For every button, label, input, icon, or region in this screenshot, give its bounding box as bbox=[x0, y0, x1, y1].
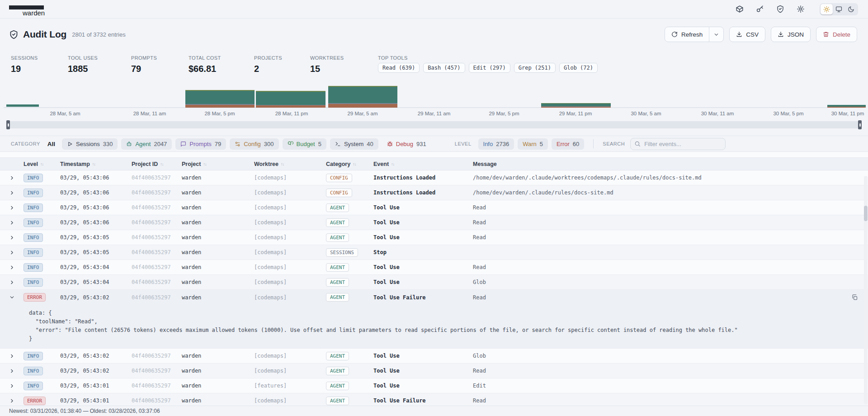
column-header-level[interactable]: Level ↑↓ bbox=[21, 161, 57, 167]
brush-track[interactable] bbox=[6, 121, 862, 128]
category-chip-system[interactable]: System 40 bbox=[330, 138, 378, 150]
table-row[interactable]: INFO 03/29, 05:43:06 04f400635297 warden… bbox=[0, 170, 868, 185]
chip-count: 5 bbox=[540, 141, 543, 147]
brush-handle-left[interactable] bbox=[6, 120, 10, 129]
category-badge: AGENT bbox=[326, 367, 349, 375]
column-label: Worktree bbox=[254, 161, 278, 167]
category-badge: AGENT bbox=[326, 233, 349, 242]
chip-count: 931 bbox=[416, 141, 426, 147]
refresh-button[interactable]: Refresh bbox=[665, 27, 709, 42]
page-title: Audit Log bbox=[23, 29, 66, 40]
export-json-button[interactable]: JSON bbox=[771, 27, 811, 42]
level-cell: INFO bbox=[21, 367, 57, 375]
stat-prompts: PROMPTS 79 bbox=[131, 55, 189, 74]
package-icon[interactable] bbox=[736, 5, 744, 13]
table-scrollbar[interactable] bbox=[864, 176, 868, 404]
sort-icon: ↑↓ bbox=[203, 162, 206, 166]
table-row[interactable]: INFO 03/29, 05:43:02 04f400635297 warden… bbox=[0, 349, 868, 364]
theme-light-button[interactable] bbox=[821, 4, 833, 14]
timeline-tick-label: 29 Mar, 11 pm bbox=[559, 111, 592, 116]
column-header-project[interactable]: Project ↑↓ bbox=[179, 161, 251, 167]
table-row[interactable]: INFO 03/29, 05:43:04 04f400635297 warden… bbox=[0, 275, 868, 290]
category-badge: AGENT bbox=[326, 382, 349, 390]
category-chip-sessions[interactable]: Sessions 330 bbox=[62, 138, 118, 150]
refresh-options-button[interactable] bbox=[709, 27, 724, 42]
project-cell: warden bbox=[179, 234, 251, 241]
table-row[interactable]: INFO 03/29, 05:43:04 04f400635297 warden… bbox=[0, 260, 868, 275]
expand-row-button[interactable] bbox=[0, 190, 21, 196]
gear-icon[interactable] bbox=[797, 5, 805, 13]
theme-dark-button[interactable] bbox=[845, 4, 857, 14]
key-icon[interactable] bbox=[756, 5, 764, 13]
top-tools-label: TOP TOOLS bbox=[378, 55, 598, 61]
shield-check-icon bbox=[9, 30, 19, 39]
column-header-timestamp[interactable]: Timestamp ↑↓ bbox=[57, 161, 129, 167]
category-badge: CONFIG bbox=[326, 174, 352, 182]
category-chip-agent[interactable]: Agent 2047 bbox=[121, 138, 172, 150]
collapse-row-button[interactable] bbox=[0, 294, 21, 300]
category-all-button[interactable]: All bbox=[47, 141, 55, 147]
expand-row-button[interactable] bbox=[0, 368, 21, 374]
column-header-category[interactable]: Category ↑↓ bbox=[323, 161, 371, 167]
brush-handle-right[interactable] bbox=[858, 120, 862, 129]
category-cell: AGENT bbox=[323, 203, 371, 212]
level-badge: INFO bbox=[24, 174, 43, 182]
category-cell: AGENT bbox=[323, 278, 371, 287]
category-badge: AGENT bbox=[326, 263, 349, 272]
category-badge: AGENT bbox=[326, 352, 349, 360]
event-timeline-chart[interactable]: 28 Mar, 5 am28 Mar, 11 am28 Mar, 5 pm28 … bbox=[0, 81, 868, 117]
project-cell: warden bbox=[179, 353, 251, 359]
category-chip-debug[interactable]: Debug 931 bbox=[382, 138, 431, 150]
category-chip-prompts[interactable]: Prompts 79 bbox=[175, 138, 226, 150]
column-header-event[interactable]: Event ↑↓ bbox=[371, 161, 470, 167]
expand-row-button[interactable] bbox=[0, 175, 21, 181]
timeline-range-brush[interactable] bbox=[6, 120, 862, 129]
top-tool-chip: Edit (297) bbox=[469, 63, 510, 73]
level-chip-info[interactable]: Info 2736 bbox=[478, 138, 514, 150]
search-input[interactable] bbox=[630, 138, 726, 150]
level-chip-error[interactable]: Error 60 bbox=[552, 138, 584, 150]
expand-row-button[interactable] bbox=[0, 383, 21, 389]
theme-system-button[interactable] bbox=[833, 4, 845, 14]
scrollbar-thumb[interactable] bbox=[864, 206, 868, 221]
timeline-segment-debug bbox=[328, 104, 397, 108]
project-id-cell: 04f400635297 bbox=[129, 175, 179, 181]
expand-row-button[interactable] bbox=[0, 398, 21, 404]
table-row[interactable]: INFO 03/29, 05:43:05 04f400635297 warden… bbox=[0, 230, 868, 245]
column-label: Level bbox=[24, 161, 38, 167]
column-header-worktree[interactable]: Worktree ↑↓ bbox=[251, 161, 323, 167]
message-cell: Read bbox=[470, 368, 845, 374]
table-row[interactable]: INFO 03/29, 05:43:01 04f400635297 warden… bbox=[0, 378, 868, 393]
level-chip-warn[interactable]: Warn 5 bbox=[518, 138, 548, 150]
delete-button[interactable]: Delete bbox=[816, 27, 857, 42]
category-chip-budget[interactable]: Budget 5 bbox=[283, 138, 326, 150]
column-header-project-id[interactable]: Project ID ↑↓ bbox=[129, 161, 179, 167]
table-row[interactable]: ERROR 03/29, 05:43:01 04f400635297 warde… bbox=[0, 393, 868, 406]
chevron-right-icon bbox=[9, 398, 15, 404]
category-chip-config[interactable]: Config 300 bbox=[230, 138, 278, 150]
table-row[interactable]: INFO 03/29, 05:43:06 04f400635297 warden… bbox=[0, 185, 868, 200]
shield-check-icon[interactable] bbox=[776, 5, 784, 13]
export-csv-button[interactable]: CSV bbox=[729, 27, 765, 42]
expand-row-button[interactable] bbox=[0, 250, 21, 255]
expand-row-button[interactable] bbox=[0, 279, 21, 285]
table-row[interactable]: INFO 03/29, 05:43:06 04f400635297 warden… bbox=[0, 200, 868, 215]
timeline-tick-label: 29 Mar, 5 pm bbox=[489, 111, 519, 116]
table-row[interactable]: ERROR 03/29, 05:43:02 04f400635297 warde… bbox=[0, 290, 868, 305]
level-badge: INFO bbox=[24, 189, 43, 197]
table-row[interactable]: INFO 03/29, 05:43:06 04f400635297 warden… bbox=[0, 215, 868, 230]
table-row[interactable]: INFO 03/29, 05:43:05 04f400635297 warden… bbox=[0, 245, 868, 260]
timeline-segment-track bbox=[6, 107, 39, 108]
expand-row-button[interactable] bbox=[0, 353, 21, 359]
expand-row-button[interactable] bbox=[0, 265, 21, 270]
expand-row-button[interactable] bbox=[0, 235, 21, 241]
event-cell: Tool Use Failure bbox=[371, 294, 470, 301]
level-cell: INFO bbox=[21, 189, 57, 197]
level-badge: INFO bbox=[24, 248, 43, 257]
status-bar: Newest: 03/31/2026, 01:38:40 — Oldest: 0… bbox=[0, 406, 868, 416]
expand-row-button[interactable] bbox=[0, 205, 21, 211]
project-id-cell: 04f400635297 bbox=[129, 234, 179, 241]
expand-row-button[interactable] bbox=[0, 220, 21, 226]
brand-logo[interactable]: warden bbox=[9, 2, 45, 16]
table-row[interactable]: INFO 03/29, 05:43:02 04f400635297 warden… bbox=[0, 364, 868, 378]
